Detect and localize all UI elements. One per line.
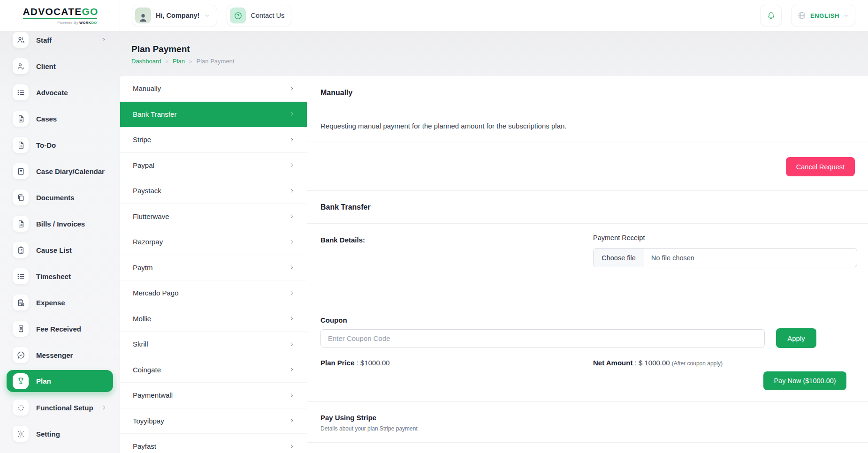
payment-content: Manually Requesting manual payment for t… [307,76,868,453]
app-logo[interactable]: ADVOCATEGO Powered By WORKDO [23,6,97,25]
breadcrumb-link-plan[interactable]: Plan [173,58,185,65]
plan-payment-card: Manually Bank Transfer Stripe Paypal Pay… [120,76,868,453]
logo-powered-by: Powered By WORKDO [23,21,97,25]
sidebar-item-fee-received[interactable]: Fee Received [0,316,120,342]
method-item-label: Razorpay [133,238,163,246]
chevron-right-icon [289,443,295,450]
apply-coupon-button[interactable]: Apply [776,328,816,348]
method-item-flutterwave[interactable]: Flutterwave [120,204,307,230]
user-avatar [135,8,151,23]
choose-file-button[interactable]: Choose file [594,249,644,267]
sidebar-item-timesheet[interactable]: Timesheet [0,263,120,289]
chevron-right-icon [289,213,295,219]
page-title: Plan Payment [131,44,234,54]
stripe-section-header: Pay Using Stripe Details about your plan… [307,402,868,443]
method-item-bank-transfer[interactable]: Bank Transfer [120,102,307,128]
method-item-label: Manually [133,84,161,92]
method-item-coingate[interactable]: Coingate [120,357,307,383]
chevron-right-icon [289,239,295,245]
method-item-skrill[interactable]: Skrill [120,332,307,357]
method-item-label: Paymentwall [133,391,173,399]
method-item-stripe[interactable]: Stripe [120,127,307,153]
chevron-right-icon [289,264,295,271]
chevron-right-icon [289,162,295,168]
sidebar-item-label: Expense [36,299,65,307]
file-plus-icon [13,137,29,153]
pay-now-button[interactable]: Pay Now ($1000.00) [763,371,846,390]
bank-details-heading: Bank Details: [320,236,365,244]
sidebar-item-label: Messenger [36,351,73,359]
chevron-right-icon [289,290,295,296]
chevron-down-icon [204,13,210,19]
method-item-label: Paytm [133,264,153,272]
net-amount-label: Net Amount [593,359,632,367]
chevron-right-icon [289,111,295,117]
chevron-right-icon [289,136,295,143]
sidebar-item-case-diary-calendar[interactable]: Case Diary/Calendar [0,158,120,184]
method-item-label: Flutterwave [133,212,169,220]
net-amount: Net Amount : $ 1000.00 (After coupon app… [593,359,723,367]
sidebar-item-label: Setting [36,430,60,438]
method-item-paymentwall[interactable]: Paymentwall [120,383,307,408]
sidebar-item-functional-setup[interactable]: Functional Setup [0,394,120,421]
method-item-manually[interactable]: Manually [120,76,307,102]
sidebar-item-advocate[interactable]: Advocate [0,79,120,106]
language-selector[interactable]: ENGLISH [791,5,855,26]
method-item-mercado-pago[interactable]: Mercado Pago [120,280,307,306]
sidebar-item-expense[interactable]: Expense [0,289,120,316]
method-item-razorpay[interactable]: Razorpay [120,229,307,255]
stripe-subtitle: Details about your plan Stripe payment [320,425,855,432]
coupon-code-input[interactable] [320,329,765,347]
method-item-label: Bank Transfer [133,110,176,118]
sidebar-item-to-do[interactable]: To-Do [0,132,120,158]
sidebar-item-setting[interactable]: Setting [0,421,120,447]
manually-section-header: Manually [307,76,868,110]
manually-description: Requesting manual payment for the planne… [320,122,567,130]
sidebar-item-label: Functional Setup [36,404,93,412]
chevron-right-icon [289,315,295,322]
net-amount-value: : $ 1000.00 [635,359,670,367]
checklist-icon [13,84,29,100]
file-chart-icon [13,216,29,232]
method-item-mollie[interactable]: Mollie [120,306,307,332]
method-item-paystack[interactable]: Paystack [120,178,307,204]
manually-description-row: Requesting manual payment for the planne… [307,110,868,142]
method-item-label: Paypal [133,161,154,169]
method-item-label: Toyyibpay [133,417,164,425]
sidebar-item-documents[interactable]: Documents [0,184,120,211]
breadcrumb-current: Plan Payment [197,58,235,65]
method-item-paypal[interactable]: Paypal [120,153,307,179]
globe-icon [797,11,807,20]
breadcrumb-link-dashboard[interactable]: Dashboard [131,58,161,65]
method-item-label: Paystack [133,187,161,195]
cancel-request-button[interactable]: Cancel Request [786,157,855,176]
sidebar-item-plan[interactable]: Plan [7,370,113,392]
sidebar-item-cause-list[interactable]: Cause List [0,237,120,263]
payment-receipt-file-input[interactable]: Choose file No file chosen [593,248,857,267]
method-item-toyyibpay[interactable]: Toyyibpay [120,408,307,434]
sidebar-item-label: Client [36,62,56,70]
method-item-payfast[interactable]: Payfast [120,434,307,453]
notifications-button[interactable] [760,5,782,26]
sidebar-item-label: Case Diary/Calendar [36,167,105,175]
method-item-paytm[interactable]: Paytm [120,255,307,281]
sidebar-item-cases[interactable]: Cases [0,106,120,132]
manually-title: Manually [320,89,352,97]
file-icon [13,111,29,127]
method-item-label: Coingate [133,366,161,374]
net-amount-note: (After coupon apply) [672,360,723,367]
plan-price-label: Plan Price [320,359,355,367]
sidebar-item-bills-invoices[interactable]: Bills / Invoices [0,211,120,237]
contact-us-button[interactable]: Contact Us [227,5,291,26]
chevron-down-icon [843,13,849,19]
breadcrumb: Dashboard > Plan > Plan Payment [131,58,234,65]
sidebar-item-label: Advocate [36,89,68,97]
sidebar-item-client[interactable]: Client [0,53,120,79]
method-item-label: Stripe [133,136,151,143]
payment-methods-list: Manually Bank Transfer Stripe Paypal Pay… [120,76,307,453]
page-head: Plan Payment Dashboard > Plan > Plan Pay… [131,44,234,65]
chat-icon [13,347,29,363]
sidebar-item-messenger[interactable]: Messenger [0,342,120,368]
sidebar-item-label: To-Do [36,141,56,149]
user-menu[interactable]: Hi, Company! [132,5,217,26]
